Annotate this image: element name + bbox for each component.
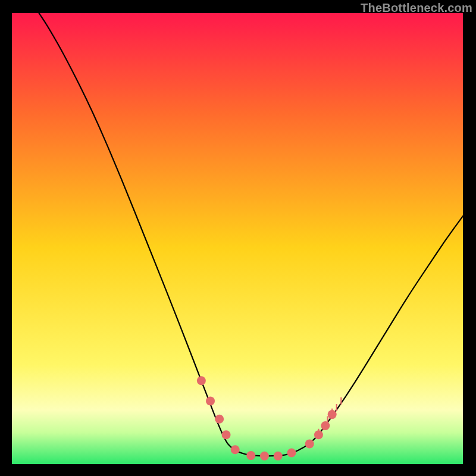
marker-dot: [206, 396, 215, 405]
chart-svg: [12, 13, 463, 464]
marker-dot: [215, 415, 224, 424]
marker-dot: [222, 430, 231, 439]
marker-dot: [287, 449, 296, 458]
chart-container: [12, 13, 463, 464]
marker-dot: [231, 445, 240, 454]
marker-dot: [197, 376, 206, 385]
marker-dot: [246, 451, 255, 460]
page-root: TheBottleneck.com: [0, 0, 476, 476]
marker-dot: [305, 439, 314, 448]
marker-dot: [260, 452, 269, 461]
marker-dot: [321, 421, 330, 430]
chart-background-gradient: [12, 13, 463, 464]
marker-dot: [274, 452, 283, 461]
